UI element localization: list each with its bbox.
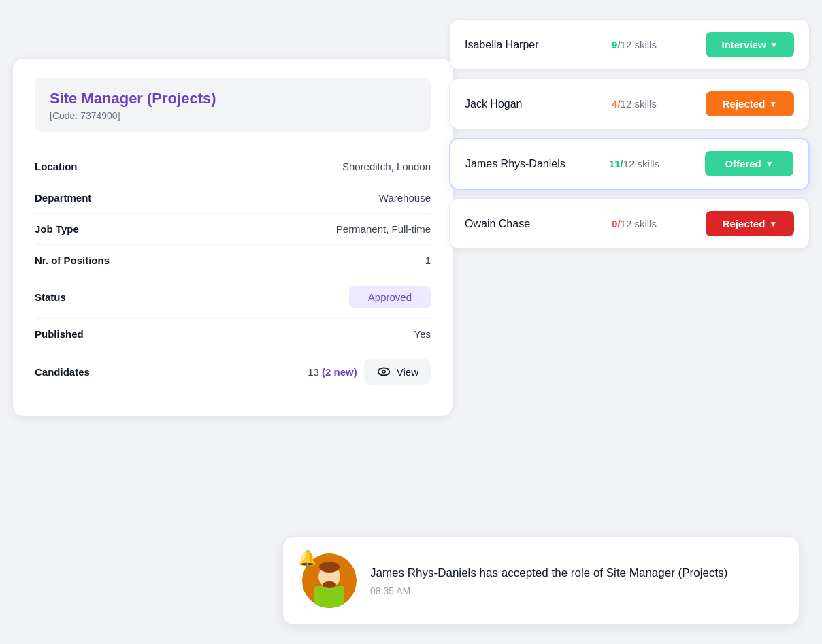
- job-title-box: Site Manager (Projects) [Code: 7374900]: [35, 78, 431, 132]
- eye-icon: [376, 364, 391, 379]
- candidates-panel: Isabella Harper9/12 skillsInterview ▼Jac…: [449, 19, 810, 249]
- candidate-name: Isabella Harper: [465, 39, 574, 51]
- candidates-label: Candidates: [35, 366, 90, 378]
- notification-time: 08:35 AM: [370, 585, 780, 596]
- svg-rect-4: [314, 586, 344, 608]
- detail-label: Nr. of Positions: [35, 255, 110, 266]
- svg-point-2: [382, 371, 384, 373]
- skills-matched: 11/: [609, 158, 623, 170]
- candidate-skills: 9/12 skills: [612, 39, 657, 50]
- candidate-skills: 11/12 skills: [609, 158, 659, 170]
- detail-value: Permanent, Full-time: [336, 223, 431, 235]
- detail-row: PublishedYes: [35, 319, 431, 349]
- svg-point-7: [319, 562, 340, 573]
- skills-total: 12 skills: [623, 158, 659, 170]
- detail-rows: LocationShoreditch, LondonDepartmentWare…: [35, 151, 431, 349]
- candidate-card: James Rhys-Daniels11/12 skillsOffered ▼: [449, 138, 810, 190]
- status-label: Rejected: [723, 98, 766, 110]
- detail-value: 1: [425, 255, 431, 266]
- candidate-status-button[interactable]: Interview ▼: [706, 32, 794, 57]
- status-badge: Approved: [349, 286, 431, 308]
- detail-value: Yes: [414, 328, 431, 340]
- chevron-down-icon: ▼: [766, 159, 774, 169]
- detail-value: Warehouse: [379, 192, 431, 204]
- job-card: Site Manager (Projects) [Code: 7374900] …: [12, 58, 453, 417]
- detail-row: Job TypePermanent, Full-time: [35, 214, 431, 245]
- candidate-skills: 4/12 skills: [612, 98, 657, 110]
- chevron-down-icon: ▼: [769, 99, 777, 109]
- detail-row: LocationShoreditch, London: [35, 151, 431, 182]
- detail-label: Department: [35, 192, 91, 204]
- candidate-card: Jack Hogan4/12 skillsRejected ▼: [449, 78, 810, 129]
- bell-icon: 🔔: [298, 549, 316, 567]
- status-label: Rejected: [723, 218, 766, 229]
- candidates-info: 13 (2 new) View: [308, 359, 431, 385]
- candidates-row-container: Candidates 13 (2 new) View: [35, 349, 431, 394]
- detail-row: StatusApproved: [35, 276, 431, 319]
- skills-matched: 4/: [612, 98, 621, 110]
- candidate-skills: 0/12 skills: [612, 218, 657, 229]
- candidate-card: Owain Chase0/12 skillsRejected ▼: [449, 198, 810, 249]
- detail-row: DepartmentWarehouse: [35, 182, 431, 214]
- notification-card: 🔔 James Rhys-Daniels has accepted the ro…: [282, 536, 800, 625]
- svg-point-6: [323, 581, 336, 588]
- candidate-status-button[interactable]: Offered ▼: [705, 151, 793, 176]
- detail-row: Nr. of Positions1: [35, 245, 431, 276]
- detail-label: Published: [35, 328, 84, 340]
- status-label: Offered: [725, 158, 761, 170]
- notification-avatar-wrap: 🔔: [302, 553, 357, 608]
- view-button[interactable]: View: [364, 359, 431, 385]
- detail-label: Location: [35, 161, 78, 172]
- candidate-status-button[interactable]: Rejected ▼: [706, 211, 794, 236]
- notification-content: James Rhys-Daniels has accepted the role…: [370, 565, 780, 597]
- chevron-down-icon: ▼: [770, 40, 778, 50]
- candidate-name: James Rhys-Daniels: [465, 158, 574, 170]
- chevron-down-icon: ▼: [769, 219, 777, 229]
- candidates-new: (2 new): [322, 366, 357, 378]
- detail-value: Shoreditch, London: [342, 161, 431, 172]
- candidate-status-button[interactable]: Rejected ▼: [706, 91, 794, 116]
- candidates-count: 13 (2 new): [308, 366, 357, 378]
- detail-label: Job Type: [35, 223, 79, 235]
- candidate-name: Owain Chase: [465, 218, 574, 230]
- skills-matched: 0/: [612, 218, 621, 229]
- skills-total: 12 skills: [621, 98, 657, 110]
- notification-message: James Rhys-Daniels has accepted the role…: [370, 565, 780, 582]
- detail-label: Status: [35, 291, 66, 303]
- job-code: [Code: 7374900]: [50, 110, 416, 121]
- job-title: Site Manager (Projects): [50, 90, 416, 108]
- skills-total: 12 skills: [621, 39, 657, 50]
- candidate-card: Isabella Harper9/12 skillsInterview ▼: [449, 19, 810, 70]
- skills-total: 12 skills: [621, 218, 657, 229]
- skills-matched: 9/: [612, 39, 621, 50]
- status-label: Interview: [722, 39, 766, 50]
- candidate-name: Jack Hogan: [465, 98, 574, 110]
